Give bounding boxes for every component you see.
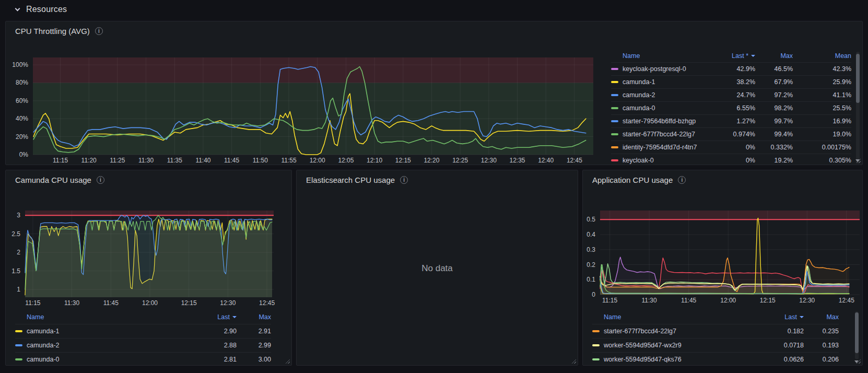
section-title: Resources (26, 5, 67, 14)
legend-col-max[interactable]: Max (804, 313, 839, 321)
panel-title: CPU Throttling (AVG) (15, 27, 90, 36)
legend-row[interactable]: camunda-22.882.99 (15, 339, 271, 353)
series-label[interactable]: camunda-0 (15, 356, 190, 363)
legend-row[interactable]: camunda-224.7%97.2%41.1% (611, 89, 851, 102)
legend-col-last[interactable]: Last (757, 313, 804, 321)
series-label[interactable]: camunda-2 (15, 342, 190, 349)
x-tick-label: 12:45 (567, 157, 582, 164)
scrollbar-thumb[interactable] (855, 312, 859, 353)
series-label[interactable]: camunda-2 (611, 91, 708, 99)
x-tick-label: 11:25 (110, 157, 125, 164)
series-label[interactable]: worker-5594d95d47-qks76 (592, 356, 757, 363)
legend-col-max[interactable]: Max (755, 52, 793, 60)
legend-scrollbar[interactable] (855, 311, 859, 359)
legend-col-last[interactable]: Last * (708, 52, 755, 60)
info-icon[interactable]: i (97, 176, 104, 184)
legend-col-max[interactable]: Max (237, 313, 271, 321)
legend-value: 0.206 (804, 356, 839, 363)
info-icon[interactable]: i (678, 176, 686, 184)
legend-scrollbar[interactable] (856, 52, 860, 164)
x-tick-label: 12:25 (452, 157, 468, 164)
scroll-down-arrow-icon[interactable] (854, 360, 859, 363)
legend-col-last[interactable]: Last (190, 313, 237, 321)
panel-header[interactable]: Elasticsearch CPU usage i (306, 176, 408, 184)
y-tick-label: 0% (19, 151, 29, 158)
legend-value: 2.90 (190, 328, 237, 335)
legend-value: 99.4% (755, 131, 793, 138)
series-swatch (611, 120, 618, 122)
scrollbar-thumb[interactable] (856, 54, 860, 103)
series-swatch (592, 358, 600, 360)
legend-value: 24.7% (708, 91, 755, 99)
series-name: camunda-2 (27, 342, 60, 349)
x-tick-label: 12:30 (799, 297, 815, 304)
y-tick-label: 1 (17, 286, 20, 293)
y-tick-label: 2 (17, 249, 20, 256)
series-name: camunda-0 (27, 356, 60, 363)
legend-value: 0% (708, 157, 755, 164)
series-label[interactable]: starter-79564b6ffd-bzhgp (611, 118, 708, 125)
info-icon[interactable]: i (95, 27, 103, 35)
x-tick-label: 12:00 (720, 297, 736, 304)
legend-row[interactable]: camunda-02.813.00 (15, 353, 271, 366)
legend-row[interactable]: camunda-06.55%98.2%25.5% (611, 102, 851, 115)
panel-header[interactable]: Application CPU usage i (592, 176, 686, 184)
series-name: worker-5594d95d47-wx2r9 (604, 342, 682, 349)
legend-value: 16.9% (793, 118, 851, 125)
series-label[interactable]: keycloak-postgresql-0 (611, 65, 708, 73)
y-tick-label: 0.3 (587, 246, 595, 253)
panel-title: Application CPU usage (592, 176, 673, 184)
series-label[interactable]: camunda-0 (611, 104, 708, 112)
legend-cpu-throttling: NameLast *MaxMeankeycloak-postgresql-042… (611, 50, 851, 164)
legend-value: 46.5% (755, 65, 793, 73)
panel-application-cpu: Application CPU usage i 00.10.20.30.40.5… (582, 170, 863, 366)
series-label[interactable]: camunda-1 (15, 328, 190, 335)
x-tick-label: 11:20 (81, 157, 97, 164)
legend-row[interactable]: keycloak-postgresql-042.9%46.5%42.3% (611, 63, 851, 76)
series-name: identity-75954dfd7d-r4tn7 (623, 144, 697, 151)
legend-row[interactable]: camunda-12.902.91 (15, 324, 271, 339)
info-icon[interactable]: i (400, 176, 408, 184)
legend-application-cpu: NameLastMaxstarter-677f7bccd4-22lg70.182… (592, 310, 839, 363)
legend-col-mean[interactable]: Mean (793, 52, 851, 60)
legend-col-name[interactable]: Name (15, 313, 190, 321)
panel-camunda-cpu: Camunda CPU usage i 11.522.5311:1511:301… (5, 170, 292, 366)
legend-row[interactable]: keycloak-00%19.2%0.305% (611, 154, 851, 164)
scroll-down-arrow-icon[interactable] (855, 159, 860, 162)
legend-col-name[interactable]: Name (592, 313, 757, 321)
series-swatch (611, 146, 618, 148)
y-tick-label: 20% (16, 133, 28, 141)
y-tick-label: 0.2 (587, 261, 595, 269)
legend-value: 42.9% (708, 65, 755, 73)
x-tick-label: 11:45 (681, 297, 696, 304)
y-tick-label: 0.1 (587, 276, 595, 283)
series-label[interactable]: keycloak-0 (611, 157, 708, 164)
legend-row[interactable]: camunda-138.2%67.9%25.9% (611, 76, 851, 89)
legend-row[interactable]: identity-75954dfd7d-r4tn70%0.332%0.00175… (611, 141, 851, 154)
panel-title: Elasticsearch CPU usage (306, 176, 395, 184)
series-name: starter-79564b6ffd-bzhgp (623, 118, 696, 125)
series-swatch (15, 358, 22, 360)
legend-value: 0.235 (804, 328, 839, 335)
series-label[interactable]: starter-677f7bccd4-22lg7 (611, 131, 708, 138)
series-label[interactable]: worker-5594d95d47-wx2r9 (592, 342, 757, 349)
series-label[interactable]: starter-677f7bccd4-22lg7 (592, 328, 757, 335)
y-tick-label: 2.5 (11, 230, 20, 238)
panel-header[interactable]: Camunda CPU usage i (15, 176, 104, 184)
panel-header[interactable]: CPU Throttling (AVG) i (15, 27, 103, 36)
legend-row[interactable]: worker-5594d95d47-wx2r90.07180.193 (592, 339, 839, 353)
legend-row[interactable]: starter-677f7bccd4-22lg70.1820.235 (592, 324, 839, 339)
legend-value: 38.2% (708, 78, 755, 86)
x-tick-label: 12:30 (220, 299, 236, 307)
grafana-dashboard: { "section": { "title": "Resources" }, "… (0, 0, 868, 373)
series-label[interactable]: identity-75954dfd7d-r4tn7 (611, 144, 708, 151)
section-resources[interactable]: Resources (16, 5, 67, 14)
legend-row[interactable]: starter-677f7bccd4-22lg70.974%99.4%19.0% (611, 128, 851, 141)
legend-row[interactable]: worker-5594d95d47-qks760.06260.206 (592, 353, 839, 363)
x-tick-label: 12:05 (338, 157, 354, 164)
resize-handle[interactable] (571, 358, 576, 364)
legend-col-name[interactable]: Name (611, 52, 708, 60)
series-label[interactable]: camunda-1 (611, 78, 708, 86)
legend-row[interactable]: starter-79564b6ffd-bzhgp1.27%99.7%16.9% (611, 115, 851, 128)
series-swatch (611, 81, 618, 83)
